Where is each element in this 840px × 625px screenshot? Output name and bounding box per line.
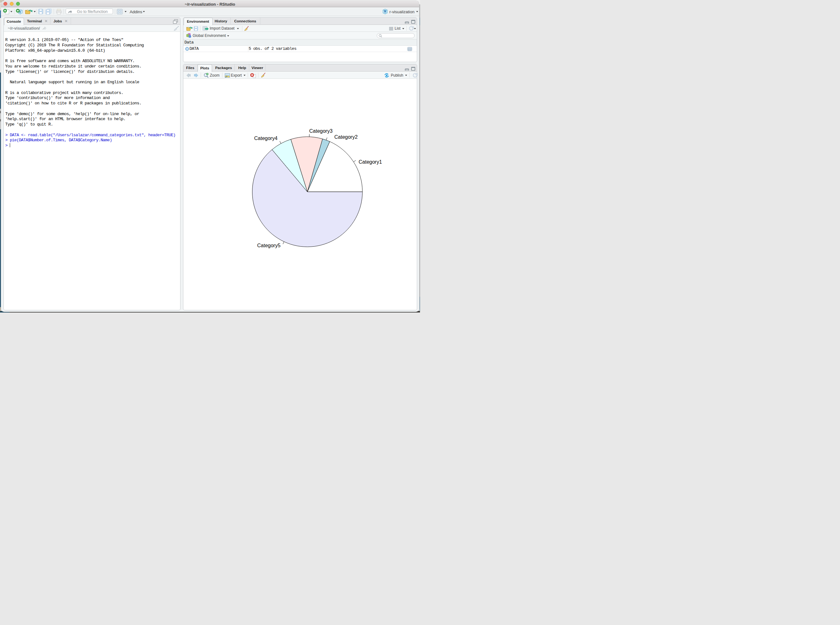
svg-text:Category4: Category4 (254, 135, 277, 141)
svg-text:Category5: Category5 (257, 243, 281, 248)
svg-text:R: R (384, 9, 386, 13)
svg-text:Category1: Category1 (358, 159, 382, 164)
svg-text:Category2: Category2 (334, 134, 357, 139)
svg-text:Category3: Category3 (309, 128, 333, 134)
